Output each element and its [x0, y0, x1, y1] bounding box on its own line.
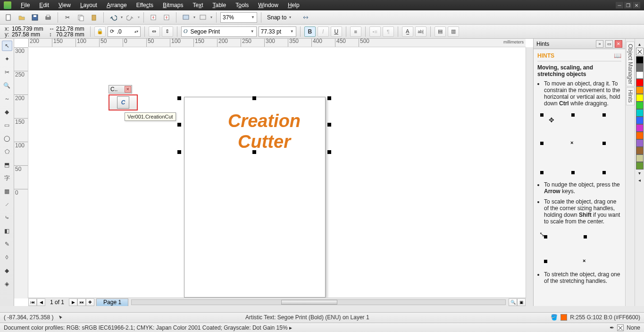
menu-tools[interactable]: Tools: [231, 2, 253, 9]
menu-layout[interactable]: Layout: [75, 2, 102, 9]
nav-view-button[interactable]: ▣: [517, 298, 526, 306]
app-launcher-button[interactable]: [180, 12, 192, 23]
selection-handle[interactable]: [327, 150, 331, 154]
plugin-title[interactable]: C.. ✕: [109, 85, 132, 94]
selection-handle[interactable]: [177, 150, 181, 154]
font-combo[interactable]: O Segoe Print ▼: [181, 26, 257, 37]
docker-tab-hints[interactable]: Hints: [626, 87, 635, 105]
align-button[interactable]: ≡: [350, 26, 361, 37]
color-swatch[interactable]: [636, 94, 644, 102]
outline-tool[interactable]: ◊: [2, 252, 12, 263]
interactive-fill-tool[interactable]: ◈: [2, 279, 12, 289]
text-tool[interactable]: 字: [2, 173, 12, 183]
docker-collapse-icon[interactable]: »: [596, 40, 603, 48]
bullets-button[interactable]: •≡: [369, 26, 381, 37]
menu-effects[interactable]: Effects: [132, 2, 158, 9]
fill-bucket-icon[interactable]: 🪣: [551, 314, 558, 321]
new-button[interactable]: [3, 12, 14, 23]
redo-button[interactable]: [125, 12, 136, 23]
cut-button[interactable]: ✂: [62, 12, 73, 23]
hints-body[interactable]: To move an object, drag it. To constrain…: [534, 80, 625, 306]
char-format-button[interactable]: A̲: [402, 26, 413, 37]
ruler-vertical[interactable]: 300250 200150 10050 0 millimeters: [14, 47, 28, 298]
eyedropper-tool[interactable]: ✎: [2, 239, 12, 249]
basic-shapes-tool[interactable]: ⬒: [2, 160, 12, 170]
color-swatch[interactable]: [636, 109, 644, 117]
window-close-icon[interactable]: ✕: [633, 2, 640, 9]
table-tool[interactable]: ▦: [2, 186, 12, 196]
page-tab[interactable]: Page 1: [96, 298, 128, 306]
menu-arrange[interactable]: Arrange: [102, 2, 132, 9]
menu-help[interactable]: Help: [283, 2, 304, 9]
artistic-text-object[interactable]: Creation Cutter: [210, 111, 318, 152]
docker-close-icon[interactable]: ✕: [615, 40, 622, 48]
selection-handle[interactable]: [327, 123, 331, 127]
color-swatch[interactable]: [636, 86, 644, 94]
text-direction-h-button[interactable]: ▤: [435, 26, 446, 37]
options-button[interactable]: [300, 12, 311, 23]
window-minimize-icon[interactable]: ─: [616, 2, 623, 9]
mirror-v-button[interactable]: ⇕: [162, 26, 173, 37]
dropcap-button[interactable]: ¶: [383, 26, 394, 37]
page-add-button[interactable]: ✚: [86, 298, 94, 306]
edit-text-button[interactable]: ab|: [415, 26, 427, 37]
mirror-h-button[interactable]: ⇔: [149, 26, 160, 37]
page-first-button[interactable]: ⏮: [28, 298, 37, 306]
copy-button[interactable]: [75, 12, 86, 23]
smart-fill-tool[interactable]: ◆: [2, 107, 12, 117]
color-swatch[interactable]: [636, 147, 644, 154]
zoom-combo[interactable]: 37% ▼: [220, 12, 257, 23]
no-color-swatch[interactable]: [636, 48, 644, 55]
color-swatch[interactable]: [636, 79, 644, 86]
welcome-button[interactable]: [197, 12, 209, 23]
pen-icon[interactable]: ✒: [610, 324, 614, 331]
text-direction-v-button[interactable]: ▥: [448, 26, 459, 37]
menu-edit[interactable]: Edit: [34, 2, 54, 9]
page-last-button[interactable]: ⏭: [77, 298, 86, 306]
crop-tool[interactable]: ✂: [2, 67, 12, 77]
color-swatch[interactable]: [636, 162, 644, 170]
menu-window[interactable]: Window: [253, 2, 283, 9]
color-swatch[interactable]: [636, 64, 644, 71]
docker-menu-icon[interactable]: ▭: [605, 40, 613, 48]
menu-file[interactable]: File: [16, 2, 34, 9]
zoom-tool[interactable]: 🔍: [2, 80, 12, 91]
snap-combo[interactable]: Snap to ▾: [265, 12, 298, 23]
selection-handle[interactable]: [177, 123, 181, 127]
bold-button[interactable]: B: [304, 26, 316, 37]
polygon-tool[interactable]: ⬠: [2, 146, 12, 157]
italic-button[interactable]: I: [318, 26, 329, 37]
plugin-button[interactable]: C: [109, 94, 138, 111]
outline-color-swatch[interactable]: [617, 324, 624, 331]
dimension-tool[interactable]: ⟋: [2, 199, 12, 210]
open-button[interactable]: [16, 12, 27, 23]
color-swatch[interactable]: [636, 139, 644, 147]
selection-handle[interactable]: [177, 96, 181, 100]
interactive-tool[interactable]: ◧: [2, 226, 12, 236]
menu-bitmaps[interactable]: Bitmaps: [158, 2, 188, 9]
nav-zoom-button[interactable]: 🔍: [509, 298, 517, 306]
window-restore-icon[interactable]: ❐: [624, 2, 632, 9]
page-prev-button[interactable]: ◀: [37, 298, 45, 306]
save-button[interactable]: [29, 12, 41, 23]
page-next-button[interactable]: ▶: [69, 298, 77, 306]
plugin-close-icon[interactable]: ✕: [125, 86, 131, 93]
connector-tool[interactable]: ⤷: [2, 213, 12, 223]
menu-view[interactable]: View: [54, 2, 75, 9]
color-swatch[interactable]: [636, 117, 644, 124]
hscroll-track[interactable]: [131, 299, 506, 305]
lock-ratio-button[interactable]: 🔒: [94, 26, 106, 37]
canvas-area[interactable]: 200150 10050 050 100150 200250 300350 40…: [14, 39, 533, 306]
selection-handle[interactable]: [252, 150, 256, 154]
vscroll[interactable]: [526, 47, 533, 298]
plugin-toolbar[interactable]: C.. ✕ C Ver001.CreationCut: [109, 85, 138, 111]
color-swatch[interactable]: [636, 102, 644, 109]
selection-handle[interactable]: [327, 96, 331, 100]
paste-button[interactable]: [88, 12, 100, 23]
color-swatch[interactable]: [636, 56, 644, 64]
selection-handle[interactable]: [252, 96, 256, 100]
hscroll-thumb[interactable]: [281, 300, 337, 305]
palette-scroll-down[interactable]: ▾: [638, 170, 641, 177]
palette-scroll-up[interactable]: ▴: [638, 41, 641, 48]
export-button[interactable]: [161, 12, 172, 23]
